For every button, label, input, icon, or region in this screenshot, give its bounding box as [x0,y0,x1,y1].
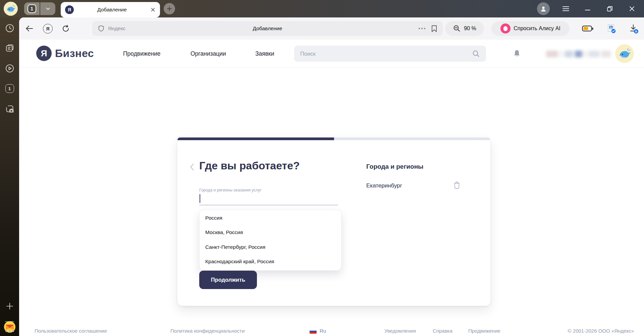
back-button[interactable] [25,24,34,33]
yandex-page-icon: Я [43,24,53,34]
browser-menu-button[interactable] [558,0,573,17]
video-play-icon [5,64,14,73]
flag-ru-icon [310,329,317,334]
address-bar[interactable]: Яндекс Добавление [92,21,443,36]
window-restore-button[interactable] [602,0,617,17]
blurred-username [546,50,611,58]
step-back-button[interactable] [190,163,195,171]
sidebar-video-button[interactable] [5,64,14,73]
menu-hamburger-icon [562,6,570,12]
trash-icon [453,181,461,189]
search-icon[interactable] [472,50,480,58]
nav-promotion[interactable]: Продвижение [123,40,161,68]
notifications-bell-button[interactable] [513,49,521,58]
selected-regions-title: Города и регионы [366,163,423,170]
chevron-left-icon [190,163,195,171]
footer-promotion-link[interactable]: Продвижение [468,328,500,334]
ellipsis-icon[interactable] [418,27,426,30]
avatar-whale-icon [618,47,631,60]
address-page-title: Добавление [92,25,443,32]
sidebar-notes-button[interactable] [5,44,14,53]
onboarding-card: Где вы работаете? Города и регионы Екате… [177,137,490,306]
zoom-level: 90 % [464,25,476,32]
shield-icon[interactable] [98,24,105,33]
reload-icon [62,24,70,33]
svg-text:9: 9 [635,30,637,33]
nav-requests[interactable]: Заявки [255,40,274,68]
window-minimize-button[interactable] [580,0,595,17]
download-icon: 9 [629,24,639,34]
suggestion-spb[interactable]: Санкт-Петербург, Россия [200,240,341,255]
profile-icon [540,5,547,12]
screenshot-camera-icon [5,104,15,114]
add-plus-icon [5,302,14,311]
new-tab-plus-icon [166,6,172,12]
bookmark-icon[interactable] [431,25,437,33]
browser-toolbar: Я Яндекс Добавление 90 % [19,17,644,40]
sidebar-tabs-button[interactable]: 1 [5,84,14,93]
bell-icon [513,49,521,58]
tab-count-badge: 1 [28,4,36,13]
yandex-business-header: Я Бизнес Продвижение Организации Заявки [19,40,644,68]
notes-icon [5,44,14,53]
selected-region-item: Екатеринбург [366,182,402,189]
user-avatar[interactable] [615,44,634,63]
tab-close-icon[interactable] [150,7,156,12]
yandex-favicon-icon: Я [65,5,74,14]
yandex-business-logo[interactable]: Я Бизнес [36,46,94,61]
tab-count-button[interactable]: 1 [24,2,40,15]
suggestion-krasnodar[interactable]: Краснодарский край, Россия [200,255,341,269]
address-site-hint: Яндекс [108,25,125,32]
text-caret [200,194,200,203]
remove-region-button[interactable] [453,181,461,189]
yandex-home-button[interactable]: Я [43,24,53,34]
progress-bar-fill [177,137,334,140]
new-tab-button[interactable] [164,3,175,14]
whale-logo-icon [6,4,16,14]
sidebar-screenshot-button[interactable] [5,104,15,114]
more-dots-icon [5,329,15,333]
tabs-panel-icon: 1 [5,84,14,93]
city-input[interactable] [199,193,338,205]
nav-organizations[interactable]: Организации [191,40,226,68]
sidebar-more-button[interactable] [5,329,15,333]
sidebar-add-button[interactable] [5,302,14,311]
footer-user-agreement-link[interactable]: Пользовательское соглашение [35,328,107,334]
tab-count-chevron-icon [45,6,51,11]
extension-button[interactable] [607,24,616,34]
reload-button[interactable] [62,24,70,33]
footer-help-link[interactable]: Справка [433,328,452,334]
battery-indicator[interactable] [582,25,593,32]
zoom-out-icon [453,24,461,33]
continue-button[interactable]: Продолжить [199,271,257,289]
browser-titlebar: 1 Я Добавление [0,0,644,17]
city-field-label: Города и регионы оказания услуг [199,188,262,192]
suggestion-russia[interactable]: Россия [200,211,341,225]
active-tab[interactable]: Я Добавление [61,2,160,17]
footer-copyright: © 2001-2026 ООО «Яндекс» [568,328,634,334]
tab-list-dropdown-button[interactable] [40,2,55,15]
window-close-button[interactable] [625,0,639,17]
footer-language-selector[interactable]: Ru [320,328,326,334]
logo-letter: Я [36,46,52,61]
extension-icon [607,24,616,34]
minimize-icon [585,6,591,12]
downloads-button[interactable]: 9 [629,24,639,34]
tab-title: Добавление [74,7,150,13]
zoom-control[interactable]: 90 % [445,21,484,36]
sidebar-history-button[interactable] [5,23,14,33]
restore-icon [606,5,613,12]
browser-whale-logo[interactable] [4,2,18,16]
browser-profile-button[interactable] [537,2,550,15]
footer-notifications-link[interactable]: Уведомления [384,328,416,334]
logo-text: Бизнес [55,47,94,60]
footer-privacy-link[interactable]: Политика конфиденциальности [170,328,245,334]
suggestion-moscow[interactable]: Москва, Россия [200,225,341,240]
ask-alice-button[interactable]: Спросить Алису AI [491,21,570,36]
city-input-field[interactable] [199,193,338,205]
header-search[interactable] [294,46,486,62]
back-arrow-icon [25,24,34,33]
browser-sidebar: 1 [0,17,19,336]
search-input[interactable] [300,51,472,57]
site-footer: Пользовательское соглашение Политика кон… [19,321,644,336]
